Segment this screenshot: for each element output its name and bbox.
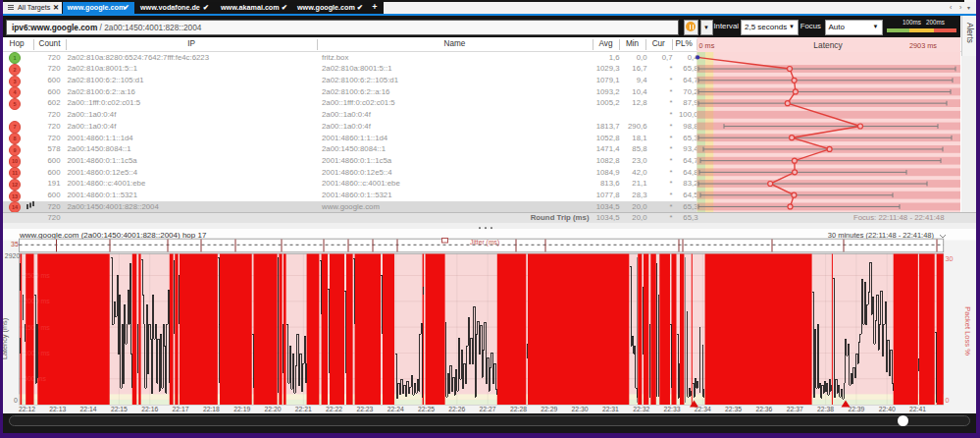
- svg-text:22:33: 22:33: [663, 406, 680, 412]
- svg-text:22:18: 22:18: [203, 406, 220, 412]
- svg-text:22:23: 22:23: [356, 406, 373, 412]
- svg-text:0: 0: [946, 396, 950, 405]
- svg-text:Packet Loss %: Packet Loss %: [963, 306, 972, 356]
- svg-text:22:31: 22:31: [602, 406, 619, 412]
- svg-text:22:41: 22:41: [909, 406, 926, 412]
- svg-text:22:37: 22:37: [787, 406, 803, 412]
- svg-text:22:32: 22:32: [633, 406, 649, 412]
- svg-text:22:30: 22:30: [572, 406, 589, 412]
- svg-text:Jitter (ms): Jitter (ms): [470, 239, 499, 246]
- svg-text:22:29: 22:29: [541, 406, 557, 412]
- svg-text:22:15: 22:15: [111, 406, 128, 412]
- svg-text:22:39: 22:39: [848, 406, 864, 412]
- svg-text:2903 ms: 2903 ms: [909, 41, 937, 50]
- svg-text:2920: 2920: [5, 252, 21, 259]
- svg-text:22:13: 22:13: [49, 406, 66, 412]
- svg-text:30: 30: [946, 254, 954, 263]
- svg-text:22:25: 22:25: [418, 406, 435, 412]
- svg-text:22:35: 22:35: [725, 406, 742, 412]
- svg-text:22:20: 22:20: [264, 406, 281, 412]
- svg-text:22:26: 22:26: [448, 406, 465, 412]
- svg-text:30 minutes (22:11:48 - 22:41:4: 30 minutes (22:11:48 - 22:41:48): [828, 231, 935, 240]
- svg-text:0: 0: [14, 397, 18, 404]
- svg-text:22:21: 22:21: [295, 406, 312, 412]
- svg-text:22:12: 22:12: [19, 406, 35, 412]
- svg-text:22:28: 22:28: [510, 406, 527, 412]
- svg-text:22:38: 22:38: [817, 406, 834, 412]
- svg-text:22:14: 22:14: [80, 406, 97, 412]
- svg-text:22:40: 22:40: [879, 406, 896, 412]
- svg-text:www.google.com (2a00:1450:4001: www.google.com (2a00:1450:4001:828::2004…: [19, 231, 207, 240]
- svg-text:22:17: 22:17: [172, 406, 188, 412]
- svg-text:22:22: 22:22: [326, 406, 342, 412]
- svg-text:22:19: 22:19: [233, 406, 250, 412]
- svg-text:35: 35: [11, 241, 19, 247]
- svg-text:22:24: 22:24: [387, 406, 404, 412]
- svg-text:22:27: 22:27: [480, 406, 496, 412]
- svg-text:0 ms: 0 ms: [699, 41, 715, 50]
- svg-text:Latency: Latency: [813, 40, 843, 50]
- svg-text:22:36: 22:36: [755, 406, 772, 412]
- svg-text:2500 ms: 2500 ms: [24, 272, 50, 279]
- svg-text:2000 ms: 2000 ms: [24, 298, 50, 304]
- svg-text:22:16: 22:16: [141, 406, 158, 412]
